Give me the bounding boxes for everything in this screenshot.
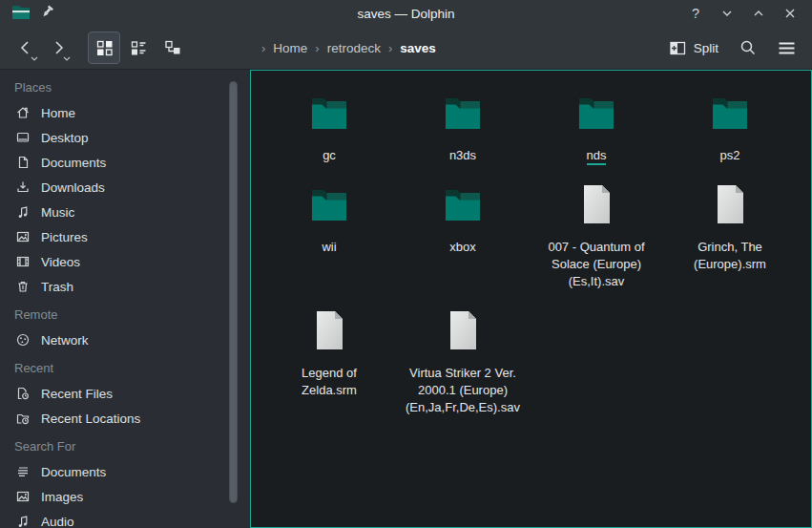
item-label: Legend of Zelda.srm bbox=[276, 365, 383, 399]
breadcrumb: › Home › retrodeck › saves bbox=[256, 41, 438, 55]
file-icon bbox=[306, 307, 352, 353]
dolphin-window: saves — Dolphin ? bbox=[0, 0, 812, 528]
split-label: Split bbox=[694, 41, 718, 55]
item-label: n3ds bbox=[400, 147, 526, 164]
sidebar-item-music[interactable]: Music bbox=[0, 200, 250, 224]
sidebar-item-label: Images bbox=[41, 490, 83, 504]
file-item-legend-of-zelda[interactable]: Legend of Zelda.srm bbox=[262, 307, 396, 399]
hovered-item-label: nds bbox=[587, 148, 607, 165]
breadcrumb-saves[interactable]: saves bbox=[398, 41, 438, 55]
picture-icon bbox=[15, 229, 31, 244]
folder-item-n3ds[interactable]: n3ds bbox=[396, 90, 530, 164]
item-label: ps2 bbox=[667, 147, 793, 164]
folder-item-wii[interactable]: wii bbox=[262, 181, 396, 256]
recent-locations-icon bbox=[15, 411, 31, 426]
folder-item-xbox[interactable]: xbox bbox=[396, 181, 530, 256]
sidebar-item-label: Recent Files bbox=[41, 387, 113, 401]
close-button[interactable] bbox=[780, 3, 801, 24]
sidebar-item-label: Videos bbox=[41, 255, 80, 269]
sidebar-item-label: Documents bbox=[41, 465, 106, 479]
sidebar-item-downloads[interactable]: Downloads bbox=[0, 175, 250, 200]
recent-files-icon bbox=[15, 386, 31, 401]
sidebar-item-recent-locations[interactable]: Recent Locations bbox=[0, 406, 250, 431]
file-item-virtua-striker[interactable]: Virtua Striker 2 Ver. 2000.1 (Europe) (E… bbox=[396, 307, 530, 416]
sidebar-item-label: Pictures bbox=[41, 230, 88, 244]
sidebar-item-recent-files[interactable]: Recent Files bbox=[0, 381, 250, 406]
text-lines-icon bbox=[15, 464, 31, 479]
file-icon bbox=[440, 307, 486, 353]
section-header-remote[interactable]: Remote bbox=[0, 303, 250, 327]
section-header-places[interactable]: Places bbox=[0, 75, 250, 100]
music-note-icon bbox=[15, 514, 31, 528]
split-icon bbox=[670, 41, 686, 55]
sidebar-item-label: Desktop bbox=[41, 131, 89, 145]
breadcrumb-separator: › bbox=[388, 41, 392, 55]
breadcrumb-separator: › bbox=[315, 41, 319, 55]
folder-icon bbox=[306, 90, 352, 136]
sidebar-item-home[interactable]: Home bbox=[0, 100, 250, 125]
folder-item-ps2[interactable]: ps2 bbox=[663, 90, 797, 164]
section-header-recent[interactable]: Recent bbox=[0, 356, 250, 381]
desktop-icon bbox=[15, 130, 31, 145]
item-label: nds bbox=[533, 147, 659, 164]
help-button[interactable]: ? bbox=[685, 3, 706, 24]
forward-button[interactable] bbox=[42, 32, 74, 64]
sidebar-item-videos[interactable]: Videos bbox=[0, 249, 250, 274]
file-icon bbox=[707, 181, 753, 227]
breadcrumb-separator: › bbox=[261, 41, 265, 55]
toolbar: › Home › retrodeck › saves Split bbox=[0, 27, 812, 70]
sidebar-item-label: Audio bbox=[41, 515, 74, 528]
sidebar-item-search-audio[interactable]: Audio bbox=[0, 509, 250, 528]
sidebar-item-label: Home bbox=[41, 106, 75, 120]
split-button[interactable]: Split bbox=[662, 32, 726, 64]
sidebar-item-search-images[interactable]: Images bbox=[0, 484, 250, 509]
sidebar-item-label: Network bbox=[41, 333, 89, 348]
sidebar-scrollbar-thumb[interactable] bbox=[229, 81, 238, 503]
network-icon bbox=[15, 332, 31, 348]
maximize-button[interactable] bbox=[748, 3, 769, 24]
trash-icon bbox=[15, 279, 31, 294]
video-icon bbox=[15, 254, 31, 269]
folder-icon bbox=[306, 181, 352, 227]
sidebar-item-pictures[interactable]: Pictures bbox=[0, 224, 250, 249]
window-folder-icon bbox=[11, 5, 31, 23]
titlebar: saves — Dolphin ? bbox=[0, 0, 812, 27]
file-item-007-quantum-of-solace[interactable]: 007 - Quantum of Solace (Europe) (Es,It)… bbox=[530, 181, 663, 290]
file-item-grinch-the[interactable]: Grinch, The (Europe).srm bbox=[663, 181, 797, 273]
folder-view: gc n3ds nds bbox=[250, 70, 812, 528]
tree-view-icon bbox=[164, 40, 181, 56]
sidebar-item-desktop[interactable]: Desktop bbox=[0, 125, 250, 150]
search-icon bbox=[739, 39, 757, 56]
sidebar-item-trash[interactable]: Trash bbox=[0, 274, 250, 299]
section-header-search-for[interactable]: Search For bbox=[0, 434, 250, 459]
item-label: Virtua Striker 2 Ver. 2000.1 (Europe) (E… bbox=[400, 365, 526, 416]
folder-icon bbox=[440, 181, 486, 227]
music-note-icon bbox=[15, 204, 31, 220]
icons-view-button[interactable] bbox=[88, 32, 120, 64]
sidebar-item-documents[interactable]: Documents bbox=[0, 150, 250, 175]
search-button[interactable] bbox=[732, 32, 764, 64]
tree-view-button[interactable] bbox=[156, 32, 189, 64]
home-icon bbox=[15, 105, 31, 120]
sidebar-item-network[interactable]: Network bbox=[0, 327, 250, 352]
back-button[interactable] bbox=[10, 32, 42, 64]
sidebar-item-search-documents[interactable]: Documents bbox=[0, 459, 250, 484]
item-label: wii bbox=[266, 239, 392, 256]
item-label: gc bbox=[266, 147, 392, 164]
hamburger-menu-button[interactable] bbox=[770, 32, 802, 64]
sidebar-item-label: Downloads bbox=[41, 180, 105, 195]
pin-icon[interactable] bbox=[40, 5, 54, 22]
breadcrumb-retrodeck[interactable]: retrodeck bbox=[325, 41, 383, 55]
folder-item-nds[interactable]: nds bbox=[530, 90, 663, 164]
folder-item-gc[interactable]: gc bbox=[262, 90, 396, 164]
breadcrumb-home[interactable]: Home bbox=[271, 41, 309, 55]
item-label: 007 - Quantum of Solace (Europe) (Es,It)… bbox=[533, 239, 659, 290]
file-icon bbox=[573, 181, 619, 227]
minimize-button[interactable] bbox=[717, 3, 738, 24]
item-label: Grinch, The (Europe).srm bbox=[667, 239, 793, 273]
hamburger-icon bbox=[778, 41, 796, 55]
document-icon bbox=[15, 155, 31, 170]
sidebar-item-label: Documents bbox=[41, 156, 106, 170]
picture-icon bbox=[15, 489, 31, 504]
details-view-button[interactable] bbox=[122, 32, 155, 64]
